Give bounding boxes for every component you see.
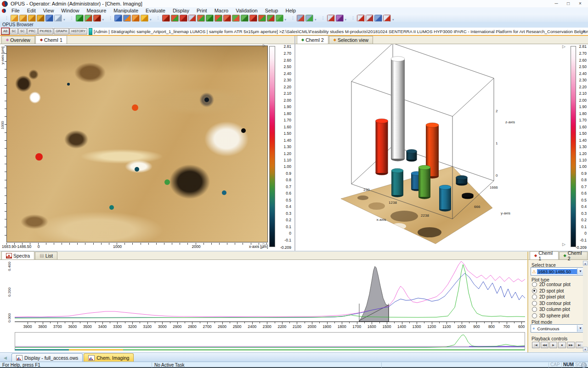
eval-12-icon[interactable] xyxy=(258,15,266,22)
save-icon[interactable] xyxy=(45,15,53,22)
radio-3d-column-plot[interactable]: 3D column plot xyxy=(532,307,570,312)
file-path[interactable]: [Admin | Stratigraphic sample_Artport_1_… xyxy=(94,29,588,34)
play-button[interactable]: ▶ xyxy=(549,342,557,348)
browser-view-ab[interactable]: AB xyxy=(1,28,9,34)
scatter-fit-icon[interactable] xyxy=(383,15,391,22)
spectra-plot[interactable] xyxy=(15,260,525,322)
browser-view-sc[interactable]: SC xyxy=(18,28,27,34)
eval-14-icon[interactable] xyxy=(276,15,283,22)
maximize-button[interactable]: □ xyxy=(562,0,574,7)
chart-box-icon[interactable] xyxy=(374,15,382,22)
left-tab-overview[interactable]: ◆Overview xyxy=(1,36,35,44)
eval-1-icon[interactable] xyxy=(162,15,170,22)
colorbar-top-marker[interactable]: ▷ xyxy=(562,44,565,49)
skip-start-button[interactable]: |◀ xyxy=(532,342,540,348)
chevron-down-icon[interactable]: ▾ xyxy=(577,268,583,275)
menu-validation[interactable]: Validation xyxy=(232,8,261,13)
minimize-button[interactable]: ─ xyxy=(550,0,562,7)
screen-red-icon[interactable] xyxy=(297,15,305,22)
radio-2d-spot-plot[interactable]: 2D spot plot xyxy=(532,288,564,293)
menu-edit[interactable]: Edit xyxy=(23,8,40,13)
eval-3-icon[interactable] xyxy=(180,15,187,22)
close-button[interactable]: × xyxy=(574,0,586,7)
open-folder-icon[interactable] xyxy=(28,15,36,22)
measure-repeat-icon[interactable] xyxy=(93,15,101,22)
swap-view-icon[interactable] xyxy=(132,15,140,22)
sidebar-tab-chemi-1[interactable]: ◆ChemI 1 xyxy=(530,251,559,259)
scroll-left-icon[interactable]: ◀ xyxy=(4,356,7,360)
eval-5-icon[interactable] xyxy=(197,15,205,22)
menu-view[interactable]: View xyxy=(40,8,58,13)
group-more-icon[interactable]: ▾ xyxy=(102,18,104,22)
grid-view-icon[interactable] xyxy=(114,15,122,22)
chart-window-icon[interactable] xyxy=(327,15,335,22)
sidebar-tab-chemi-2[interactable]: ◆ChemI 2 xyxy=(559,252,588,259)
radio-3d-contour-plot[interactable]: 3D contour plot xyxy=(532,301,571,306)
microscope-image[interactable] xyxy=(6,46,268,242)
select-trace-combo[interactable]: ⚠ 1683.90-1486.50 ▾ xyxy=(531,267,584,276)
group-more-icon[interactable]: ▾ xyxy=(285,18,287,22)
group-more-icon[interactable]: ▾ xyxy=(392,18,394,22)
eval-11-icon[interactable] xyxy=(249,15,257,22)
scroll-up-icon[interactable]: ▲ xyxy=(583,261,588,265)
column-plot-3d[interactable]: 230123822386661666012x-axisy-axisz-axis xyxy=(295,44,588,251)
eval-13-icon[interactable] xyxy=(267,15,275,22)
left-tab-chemi-1[interactable]: ◆ChemI 1 xyxy=(35,35,67,44)
menu-evaluate[interactable]: Evaluate xyxy=(142,8,169,13)
menu-file[interactable]: File xyxy=(8,8,23,13)
menu-measure[interactable]: Measure xyxy=(83,8,110,13)
spectra-tab-spectra[interactable]: Spectra xyxy=(1,251,34,259)
measure-background-icon[interactable] xyxy=(85,15,92,22)
menu-setup[interactable]: Setup xyxy=(261,8,282,13)
browser-view-prc[interactable]: PRC xyxy=(27,28,38,34)
table-cross-icon[interactable] xyxy=(366,15,373,22)
eval-10-icon[interactable] xyxy=(241,15,249,22)
sidebar-scrollbar[interactable]: ▲ ▼ xyxy=(583,261,588,351)
menu-help[interactable]: Help xyxy=(282,8,300,13)
eval-8-icon[interactable] xyxy=(223,15,231,22)
chevron-down-icon[interactable]: ▾ xyxy=(583,29,585,34)
group-more-icon[interactable]: ▾ xyxy=(345,18,347,22)
eval-9-icon[interactable] xyxy=(232,15,240,22)
stop-button[interactable]: ■ xyxy=(558,342,566,348)
sphere-view-icon[interactable] xyxy=(141,15,148,22)
radio-2d-contour-plot[interactable]: 2D contour plot xyxy=(532,282,571,287)
menu-display[interactable]: Display xyxy=(169,8,193,13)
colorbar-top-marker[interactable]: ▷ xyxy=(263,43,266,48)
browser-view-graph[interactable]: GRAPH xyxy=(54,28,69,34)
group-more-icon[interactable]: ▾ xyxy=(63,18,65,22)
scroll-down-icon[interactable]: ▼ xyxy=(583,347,588,351)
radio-2d-pixel-plot[interactable]: 2D pixel plot xyxy=(532,294,565,299)
forward-button[interactable]: ▶▶ xyxy=(567,342,575,348)
browser-view-sc[interactable]: SC xyxy=(10,28,18,34)
group-more-icon[interactable]: ▾ xyxy=(315,18,317,22)
browser-view-history[interactable]: HISTORY xyxy=(69,28,87,34)
skip-end-button[interactable]: ▶| xyxy=(576,342,583,348)
menu-manipulate[interactable]: Manipulate xyxy=(110,8,142,13)
eval-7-icon[interactable] xyxy=(215,15,222,22)
peak-pick-icon[interactable] xyxy=(123,15,131,22)
overview-spectra-strip[interactable] xyxy=(15,332,525,351)
eval-6-icon[interactable] xyxy=(206,15,214,22)
doc-tab-display-full-access-ows[interactable]: Display - full_access.ows xyxy=(11,353,83,362)
browser-view-pk-res[interactable]: PK/RES xyxy=(38,28,54,34)
open-many-icon[interactable] xyxy=(19,15,27,22)
menu-macro[interactable]: Macro xyxy=(211,8,232,13)
right-tab-chemi-2[interactable]: ◆ChemI 2 xyxy=(297,35,328,44)
open-file-icon[interactable] xyxy=(11,15,18,22)
colorbar-bottom-marker[interactable]: ▷ xyxy=(263,242,266,247)
radio-3d-sphere-plot[interactable]: 3D sphere plot xyxy=(532,313,569,318)
eval-2-icon[interactable] xyxy=(171,15,179,22)
pick-arrow-icon[interactable] xyxy=(357,15,365,22)
measure-sample-icon[interactable] xyxy=(76,15,84,22)
right-tab-selection-view[interactable]: ◆Selection view xyxy=(329,36,373,44)
doc-tab-chem-imaging[interactable]: Chem. Imaging xyxy=(84,353,134,362)
rewind-button[interactable]: ◀◀ xyxy=(541,342,548,348)
colorbar-bottom-marker[interactable]: ▷ xyxy=(562,242,565,247)
molecule-view-icon[interactable] xyxy=(336,15,344,22)
chevron-down-icon[interactable]: ▾ xyxy=(577,325,583,332)
folder-save-icon[interactable] xyxy=(37,15,45,22)
menu-window[interactable]: Window xyxy=(57,8,83,13)
undo-icon[interactable] xyxy=(54,15,62,22)
screen-green-icon[interactable] xyxy=(305,15,313,22)
